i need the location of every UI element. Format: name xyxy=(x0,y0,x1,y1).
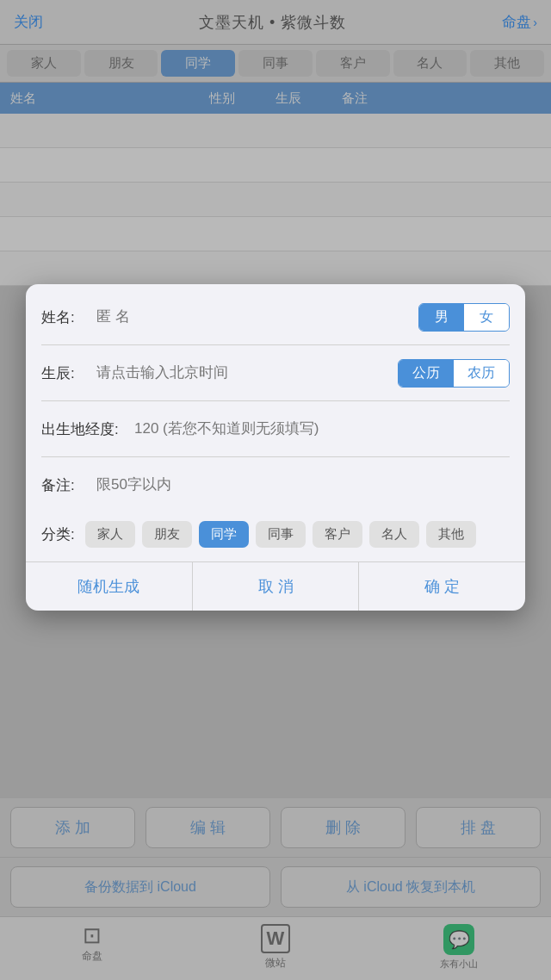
category-clients[interactable]: 客户 xyxy=(313,521,362,548)
add-person-modal: 姓名: 男 女 生辰: 公历 农历 出生地经度: 备注: xyxy=(26,284,525,611)
name-label: 姓名: xyxy=(41,307,90,327)
divider-1 xyxy=(41,344,510,345)
gender-male-button[interactable]: 男 xyxy=(419,304,464,331)
birthday-label: 生辰: xyxy=(41,363,90,383)
birthday-row: 生辰: 公历 农历 xyxy=(41,357,510,388)
random-button[interactable]: 随机生成 xyxy=(26,562,192,611)
notes-label: 备注: xyxy=(41,475,90,495)
category-friends[interactable]: 朋友 xyxy=(142,521,192,548)
birthday-input[interactable] xyxy=(96,364,398,381)
longitude-input[interactable] xyxy=(134,420,510,437)
category-family[interactable]: 家人 xyxy=(85,521,135,548)
modal-action-row: 随机生成 取 消 确 定 xyxy=(26,561,525,611)
category-others[interactable]: 其他 xyxy=(426,521,476,548)
confirm-button[interactable]: 确 定 xyxy=(358,562,525,611)
category-label: 分类: xyxy=(41,524,75,544)
calendar-solar-button[interactable]: 公历 xyxy=(399,360,454,387)
modal-overlay: 姓名: 男 女 生辰: 公历 农历 出生地经度: 备注: xyxy=(0,0,551,980)
calendar-toggle: 公历 农历 xyxy=(398,359,510,388)
category-row: 分类: 家人 朋友 同学 同事 客户 名人 其他 xyxy=(41,521,510,548)
notes-row: 备注: xyxy=(41,469,510,500)
name-input[interactable] xyxy=(96,308,418,326)
category-colleagues[interactable]: 同事 xyxy=(256,521,306,548)
divider-2 xyxy=(41,400,510,401)
notes-input[interactable] xyxy=(96,476,510,493)
category-classmates[interactable]: 同学 xyxy=(199,521,249,548)
gender-female-button[interactable]: 女 xyxy=(464,304,509,331)
calendar-lunar-button[interactable]: 农历 xyxy=(454,360,509,387)
name-row: 姓名: 男 女 xyxy=(41,301,510,332)
category-celebrities[interactable]: 名人 xyxy=(369,521,419,548)
longitude-label: 出生地经度: xyxy=(41,419,127,439)
longitude-row: 出生地经度: xyxy=(41,413,510,444)
divider-3 xyxy=(41,456,510,457)
cancel-button[interactable]: 取 消 xyxy=(192,562,359,611)
gender-toggle: 男 女 xyxy=(418,303,510,332)
